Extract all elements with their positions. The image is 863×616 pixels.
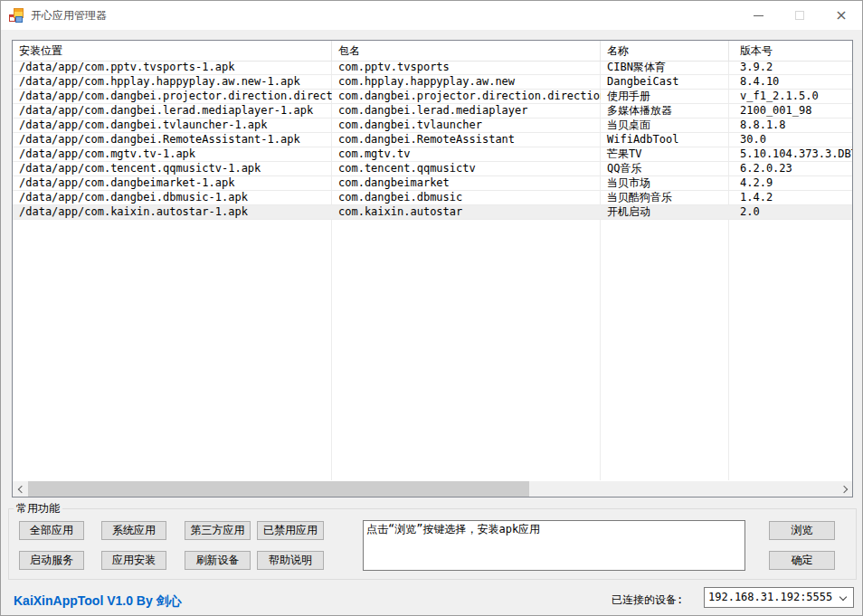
chevron-right-icon bbox=[839, 485, 847, 492]
cell-package: com.hpplay.happyplay.aw.new bbox=[332, 75, 601, 89]
table-row[interactable]: /data/app/com.dangbei.lerad.mediaplayer-… bbox=[13, 104, 852, 118]
cell-install-path: /data/app/com.kaixin.autostar-1.apk bbox=[13, 205, 332, 219]
cell-name: 当贝酷狗音乐 bbox=[601, 191, 729, 204]
cell-version: 1.4.2 bbox=[729, 191, 852, 204]
minimize-icon bbox=[754, 15, 763, 16]
column-header-name[interactable]: 名称 bbox=[601, 41, 729, 61]
table-row[interactable]: /data/app/com.hpplay.happyplay.aw.new-1.… bbox=[13, 75, 852, 90]
window-title: 开心应用管理器 bbox=[31, 8, 107, 24]
groupbox-label: 常用功能 bbox=[14, 502, 62, 515]
maximize-icon bbox=[795, 11, 804, 20]
cell-package: com.pptv.tvsports bbox=[332, 61, 601, 74]
cell-name: DangbeiCast bbox=[601, 75, 729, 89]
chevron-down-icon bbox=[839, 593, 847, 601]
table-row[interactable]: /data/app/com.kaixin.autostar-1.apk com.… bbox=[13, 205, 852, 220]
cell-package: com.dangbei.projector.direction.directio… bbox=[332, 90, 601, 103]
horizontal-scrollbar[interactable] bbox=[13, 481, 852, 497]
cell-version: 2.0 bbox=[729, 205, 852, 219]
device-combobox[interactable]: 192.168.31.192:5555 bbox=[704, 587, 854, 608]
table-row[interactable]: /data/app/com.dangbeimarket-1.apk com.da… bbox=[13, 176, 852, 191]
cell-name: 当贝桌面 bbox=[601, 118, 729, 132]
table-row[interactable]: /data/app/com.dangbei.tvlauncher-1.apk c… bbox=[13, 118, 852, 133]
ok-button[interactable]: 确定 bbox=[769, 551, 835, 570]
table-row[interactable]: /data/app/com.dangbei.RemoteAssistant-1.… bbox=[13, 133, 852, 147]
start-service-button[interactable]: 启动服务 bbox=[19, 551, 84, 570]
cell-name: QQ音乐 bbox=[601, 162, 729, 175]
cell-install-path: /data/app/com.pptv.tvsports-1.apk bbox=[13, 61, 332, 74]
disabled-apps-button[interactable]: 已禁用应用 bbox=[257, 521, 324, 540]
connected-device-label: 已连接的设备: bbox=[612, 592, 683, 608]
cell-install-path: /data/app/com.tencent.qqmusictv-1.apk bbox=[13, 162, 332, 175]
cell-name: CIBN聚体育 bbox=[601, 61, 729, 74]
cell-version: 30.0 bbox=[729, 133, 852, 147]
table-row[interactable]: /data/app/com.dangbei.projector.directio… bbox=[13, 90, 852, 104]
cell-version: 8.4.10 bbox=[729, 75, 852, 89]
common-functions-groupbox: 常用功能 全部应用 系统应用 第三方应用 已禁用应用 启动服务 应用安装 刷新设… bbox=[8, 508, 857, 580]
cell-version: 4.2.9 bbox=[729, 176, 852, 190]
cell-name: 多媒体播放器 bbox=[601, 104, 729, 118]
cell-name: 使用手册 bbox=[601, 90, 729, 103]
cell-install-path: /data/app/com.dangbei.projector.directio… bbox=[13, 90, 332, 103]
refresh-device-button[interactable]: 刷新设备 bbox=[185, 551, 251, 570]
scroll-right-button[interactable] bbox=[837, 481, 852, 497]
all-apps-button[interactable]: 全部应用 bbox=[19, 521, 84, 540]
maximize-button[interactable] bbox=[779, 1, 820, 30]
cell-version: v_f1_2.1.5.0 bbox=[729, 90, 852, 103]
scroll-left-button[interactable] bbox=[13, 481, 28, 497]
cell-install-path: /data/app/com.dangbei.RemoteAssistant-1.… bbox=[13, 133, 332, 147]
cell-package: com.dangbei.dbmusic bbox=[332, 191, 601, 204]
close-button[interactable]: × bbox=[820, 1, 862, 30]
table-row[interactable]: /data/app/com.mgtv.tv-1.apk com.mgtv.tv … bbox=[13, 147, 852, 162]
cell-name: 芒果TV bbox=[601, 147, 729, 161]
close-icon: × bbox=[835, 8, 847, 23]
table-row[interactable]: /data/app/com.dangbei.dbmusic-1.apk com.… bbox=[13, 191, 852, 205]
table-body: /data/app/com.pptv.tvsports-1.apk com.pp… bbox=[13, 61, 852, 220]
cell-name: 当贝市场 bbox=[601, 176, 729, 190]
cell-package: com.dangbei.RemoteAssistant bbox=[332, 133, 601, 147]
cell-install-path: /data/app/com.mgtv.tv-1.apk bbox=[13, 147, 332, 161]
table-row[interactable]: /data/app/com.tencent.qqmusictv-1.apk co… bbox=[13, 162, 852, 176]
scrollbar-thumb[interactable] bbox=[28, 481, 529, 497]
apk-path-textbox[interactable]: 点击“浏览”按键选择，安装apk应用 bbox=[363, 520, 745, 571]
browse-button[interactable]: 浏览 bbox=[769, 521, 835, 540]
cell-install-path: /data/app/com.dangbeimarket-1.apk bbox=[13, 176, 332, 190]
cell-install-path: /data/app/com.dangbei.lerad.mediaplayer-… bbox=[13, 104, 332, 118]
table-row[interactable]: /data/app/com.pptv.tvsports-1.apk com.pp… bbox=[13, 61, 852, 75]
cell-install-path: /data/app/com.dangbei.tvlauncher-1.apk bbox=[13, 118, 332, 132]
app-window: 开心应用管理器 × 安装位置 包名 名称 版本号 /data/app/com.p… bbox=[0, 0, 863, 616]
app-icon bbox=[9, 8, 24, 23]
cell-version: 8.8.1.8 bbox=[729, 118, 852, 132]
cell-version: 6.2.0.23 bbox=[729, 162, 852, 175]
cell-version: 5.10.104.373.3.DBTY_1 bbox=[729, 147, 852, 161]
cell-package: com.tencent.qqmusictv bbox=[332, 162, 601, 175]
app-credit: KaiXinAppTool V1.0 By 剑心 bbox=[14, 593, 182, 610]
help-button[interactable]: 帮助说明 bbox=[257, 551, 324, 570]
cell-package: com.kaixin.autostar bbox=[332, 205, 601, 219]
cell-install-path: /data/app/com.dangbei.dbmusic-1.apk bbox=[13, 191, 332, 204]
install-app-button[interactable]: 应用安装 bbox=[101, 551, 166, 570]
cell-version: 3.9.2 bbox=[729, 61, 852, 74]
chevron-left-icon bbox=[17, 485, 24, 492]
cell-name: WifiAdbTool bbox=[601, 133, 729, 147]
third-party-apps-button[interactable]: 第三方应用 bbox=[185, 521, 251, 540]
minimize-button[interactable] bbox=[737, 1, 779, 30]
column-header-install-path[interactable]: 安装位置 bbox=[13, 41, 332, 61]
cell-install-path: /data/app/com.hpplay.happyplay.aw.new-1.… bbox=[13, 75, 332, 89]
list-header: 安装位置 包名 名称 版本号 bbox=[13, 41, 852, 62]
cell-package: com.dangbei.lerad.mediaplayer bbox=[332, 104, 601, 118]
column-header-package[interactable]: 包名 bbox=[332, 41, 601, 61]
device-combobox-value: 192.168.31.192:5555 bbox=[708, 591, 832, 603]
column-header-version[interactable]: 版本号 bbox=[729, 41, 852, 61]
cell-package: com.dangbei.tvlauncher bbox=[332, 118, 601, 132]
title-bar: 开心应用管理器 × bbox=[1, 1, 862, 30]
system-apps-button[interactable]: 系统应用 bbox=[101, 521, 166, 540]
app-list: 安装位置 包名 名称 版本号 /data/app/com.pptv.tvspor… bbox=[12, 40, 853, 498]
cell-name: 开机启动 bbox=[601, 205, 729, 219]
cell-version: 2100_001_98 bbox=[729, 104, 852, 118]
cell-package: com.mgtv.tv bbox=[332, 147, 601, 161]
cell-package: com.dangbeimarket bbox=[332, 176, 601, 190]
